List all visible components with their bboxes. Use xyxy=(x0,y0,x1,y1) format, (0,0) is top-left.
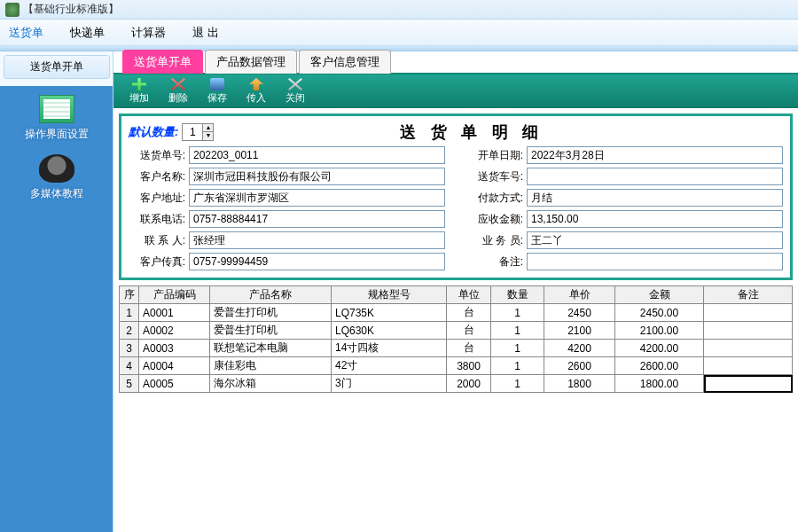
table-row[interactable]: 5A0005海尔冰箱3门2000118001800.00 xyxy=(120,375,793,393)
grid-cell[interactable]: 1 xyxy=(120,304,139,322)
delete-button[interactable]: 删除 xyxy=(160,77,197,106)
label-cust-name: 客户名称: xyxy=(129,169,185,184)
grid-cell[interactable]: A0005 xyxy=(139,375,210,393)
grid-cell[interactable]: 1 xyxy=(491,322,544,340)
grid-cell[interactable] xyxy=(704,340,793,357)
cust-addr-field[interactable]: 广东省深圳市罗湖区 xyxy=(189,189,445,207)
label-phone: 联系电话: xyxy=(129,212,185,227)
grid-cell[interactable]: 3800 xyxy=(447,357,491,375)
form-title: 送 货 单 明 细 xyxy=(214,121,730,143)
grid-cell[interactable]: 2100.00 xyxy=(615,322,704,340)
grid-cell[interactable]: 5 xyxy=(120,375,139,393)
tab-customer-mgmt[interactable]: 客户信息管理 xyxy=(299,50,391,74)
grid-cell[interactable]: 3门 xyxy=(332,375,447,393)
default-qty-input[interactable] xyxy=(183,126,202,138)
grid-col-header[interactable]: 产品名称 xyxy=(210,286,332,304)
grid-col-header[interactable]: 单价 xyxy=(544,286,615,304)
grid-cell[interactable]: 4 xyxy=(120,357,139,375)
grid-cell[interactable] xyxy=(704,375,793,393)
order-date-field[interactable]: 2022年3月28日 xyxy=(527,146,783,164)
grid-cell[interactable]: 1 xyxy=(491,304,544,322)
table-row[interactable]: 3A0003联想笔记本电脑14寸四核台142004200.00 xyxy=(120,340,793,357)
grid-cell[interactable]: 1 xyxy=(491,375,544,393)
grid-cell[interactable]: 1 xyxy=(491,340,544,357)
grid-cell[interactable]: 爱普生打印机 xyxy=(210,304,332,322)
label-pay-method: 付款方式: xyxy=(466,191,523,206)
menu-calculator[interactable]: 计算器 xyxy=(131,25,166,41)
truck-no-field[interactable] xyxy=(527,168,783,185)
tab-order-create[interactable]: 送货单开单 xyxy=(122,50,203,74)
qty-down-icon[interactable]: ▼ xyxy=(202,132,213,140)
grid-cell[interactable]: 2600.00 xyxy=(615,357,704,375)
label-truck-no: 送货车号: xyxy=(466,169,523,184)
grid-col-header[interactable]: 规格型号 xyxy=(332,286,447,304)
sidebar-item-ui-settings[interactable]: 操作界面设置 xyxy=(0,95,113,142)
sidebar: 送货单开单 操作界面设置 多媒体教程 xyxy=(0,51,113,532)
grid-cell[interactable]: 1800.00 xyxy=(615,375,704,393)
phone-field[interactable]: 0757-88884417 xyxy=(189,210,445,228)
delete-icon xyxy=(171,78,185,90)
qty-up-icon[interactable]: ▲ xyxy=(202,124,213,132)
grid-cell[interactable]: 4200 xyxy=(544,340,615,357)
grid-cell[interactable]: 42寸 xyxy=(332,357,447,375)
toolbar: 增加 删除 保存 传入 关闭 xyxy=(113,74,798,108)
grid-cell[interactable]: 4200.00 xyxy=(615,340,704,357)
fax-field[interactable]: 0757-99994459 xyxy=(189,253,445,270)
grid-cell[interactable]: 联想笔记本电脑 xyxy=(210,340,332,357)
grid-col-header[interactable]: 数量 xyxy=(491,286,544,304)
remark-field[interactable] xyxy=(527,253,783,270)
menu-express[interactable]: 快递单 xyxy=(70,25,105,41)
grid-cell[interactable]: 台 xyxy=(447,322,491,340)
grid-cell[interactable]: 康佳彩电 xyxy=(210,357,332,375)
grid-cell[interactable] xyxy=(704,357,793,375)
pay-method-field[interactable]: 月结 xyxy=(527,189,783,207)
grid-col-header[interactable]: 备注 xyxy=(704,286,793,304)
grid-cell[interactable]: 2450.00 xyxy=(615,304,704,322)
menu-exit[interactable]: 退 出 xyxy=(192,25,219,41)
close-icon xyxy=(288,78,302,90)
grid-cell[interactable] xyxy=(704,304,793,322)
add-button[interactable]: 增加 xyxy=(121,77,158,106)
grid-cell[interactable]: 14寸四核 xyxy=(332,340,447,357)
import-button[interactable]: 传入 xyxy=(238,77,275,106)
grid-col-header[interactable]: 金额 xyxy=(615,286,704,304)
grid-cell[interactable] xyxy=(704,322,793,340)
grid-cell[interactable]: 3 xyxy=(120,340,139,357)
grid-col-header[interactable]: 单位 xyxy=(447,286,491,304)
contact-field[interactable]: 张经理 xyxy=(189,231,445,249)
table-row[interactable]: 1A0001爱普生打印机LQ735K台124502450.00 xyxy=(120,304,793,322)
grid-cell[interactable]: A0002 xyxy=(139,322,210,340)
grid-col-header[interactable]: 产品编码 xyxy=(139,286,210,304)
grid-cell[interactable]: LQ735K xyxy=(332,304,447,322)
grid-cell[interactable]: 2100 xyxy=(544,322,615,340)
grid-cell[interactable]: 海尔冰箱 xyxy=(210,375,332,393)
grid-cell[interactable]: A0001 xyxy=(139,304,210,322)
grid-cell[interactable]: 2 xyxy=(120,322,139,340)
receivable-field[interactable]: 13,150.00 xyxy=(527,210,783,228)
detail-grid[interactable]: 序产品编码产品名称规格型号单位数量单价金额备注 1A0001爱普生打印机LQ73… xyxy=(119,286,793,393)
grid-cell[interactable]: 2450 xyxy=(544,304,615,322)
save-button[interactable]: 保存 xyxy=(199,77,236,106)
table-row[interactable]: 4A0004康佳彩电42寸3800126002600.00 xyxy=(120,357,793,375)
tab-product-mgmt[interactable]: 产品数据管理 xyxy=(205,50,297,74)
sidebar-item-multimedia[interactable]: 多媒体教程 xyxy=(0,154,113,201)
label-remark: 备注: xyxy=(466,254,523,270)
grid-cell[interactable]: A0003 xyxy=(139,340,210,357)
grid-cell[interactable]: A0004 xyxy=(139,357,210,375)
grid-cell[interactable]: 1 xyxy=(491,357,544,375)
menu-delivery[interactable]: 送货单 xyxy=(9,25,43,41)
clerk-field[interactable]: 王二丫 xyxy=(527,231,783,249)
grid-cell[interactable]: 1800 xyxy=(544,375,615,393)
grid-cell[interactable]: 2000 xyxy=(447,375,491,393)
close-button[interactable]: 关闭 xyxy=(277,77,314,106)
table-row[interactable]: 2A0002爱普生打印机LQ630K台121002100.00 xyxy=(120,322,793,340)
cust-name-field[interactable]: 深圳市冠田科技股份有限公司 xyxy=(189,168,445,185)
grid-cell[interactable]: 台 xyxy=(447,340,491,357)
grid-cell[interactable]: 台 xyxy=(447,304,491,322)
grid-cell[interactable]: 2600 xyxy=(544,357,615,375)
grid-cell[interactable]: LQ630K xyxy=(332,322,447,340)
order-no-field[interactable]: 202203_0011 xyxy=(189,146,445,164)
grid-cell[interactable]: 爱普生打印机 xyxy=(210,322,332,340)
grid-col-header[interactable]: 序 xyxy=(120,286,139,304)
default-qty-stepper[interactable]: ▲▼ xyxy=(182,123,214,141)
